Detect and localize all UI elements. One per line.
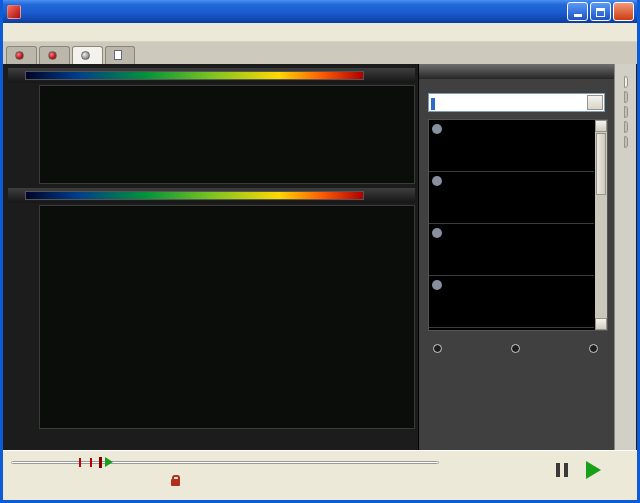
radio-wifi[interactable]	[511, 344, 524, 353]
radio-icon[interactable]	[589, 344, 598, 353]
close-button[interactable]	[613, 2, 634, 21]
spectral-waterfall-canvas[interactable]	[39, 85, 415, 184]
tab-wispy[interactable]	[72, 46, 103, 64]
topographic-y-axis-label	[8, 205, 19, 429]
info-icon	[432, 280, 442, 290]
maximize-button[interactable]	[590, 2, 611, 21]
topographic-header	[8, 188, 415, 203]
tab-recon1[interactable]	[6, 46, 37, 64]
main-content	[3, 64, 637, 450]
device-dot-icon	[81, 51, 90, 60]
device-item-microwave[interactable]	[429, 172, 594, 224]
xaxis-label-radios	[419, 341, 614, 353]
device-item-hyperx-rfid[interactable]	[429, 120, 594, 172]
device-item-spektrum-dx7[interactable]	[429, 224, 594, 276]
slider-tick	[79, 458, 81, 467]
minimize-button[interactable]	[567, 2, 588, 21]
scrollbar-thumb[interactable]	[596, 133, 606, 195]
slider-tick	[90, 458, 92, 467]
topographic-color-scale	[25, 191, 364, 200]
sidebar-instruction	[419, 79, 614, 89]
info-icon	[432, 176, 442, 186]
device-list-scrollbar[interactable]	[595, 120, 607, 330]
side-tab-inspector[interactable]	[624, 106, 628, 118]
document-icon	[114, 50, 122, 60]
spectral-color-scale	[25, 71, 364, 80]
record-dot-icon	[15, 51, 24, 60]
tab-recording-file[interactable]	[105, 46, 135, 64]
topographic-plot-canvas[interactable]	[39, 205, 415, 429]
app-icon	[7, 5, 21, 19]
topographic-y-ticks	[19, 205, 39, 429]
tab-lappy486[interactable]	[39, 46, 70, 64]
menu-help[interactable]	[57, 30, 75, 34]
minimize-icon	[574, 14, 582, 17]
playback-controls	[538, 461, 617, 479]
topographic-plot-row	[8, 205, 415, 429]
playhead-marker[interactable]	[105, 457, 113, 467]
pause-icon	[564, 463, 568, 477]
device-signature-thumbnail	[433, 137, 591, 168]
charts-panel	[3, 64, 418, 450]
device-signature-list	[428, 119, 608, 331]
side-tab-record[interactable]	[624, 136, 628, 148]
spectral-plot-row	[8, 85, 415, 184]
menu-reports[interactable]	[39, 30, 57, 34]
timeline-slider[interactable]	[11, 456, 439, 468]
device-item-xbox-360[interactable]	[429, 276, 594, 328]
radio-icon[interactable]	[511, 344, 520, 353]
side-tab-notes[interactable]	[624, 121, 628, 133]
menu-file[interactable]	[3, 30, 21, 34]
lock-icon[interactable]	[171, 479, 180, 486]
record-dot-icon	[48, 51, 57, 60]
radio-icon[interactable]	[433, 344, 442, 353]
radio-mhz[interactable]	[433, 344, 446, 353]
play-icon	[586, 461, 601, 479]
pause-icon	[556, 463, 560, 477]
slider-marker[interactable]	[99, 457, 102, 468]
pause-button[interactable]	[554, 463, 570, 477]
device-signature-thumbnail	[433, 189, 591, 220]
scroll-down-icon[interactable]	[595, 318, 607, 330]
menu-view[interactable]	[21, 30, 39, 34]
device-signature-thumbnail	[433, 241, 591, 272]
dropdown-selected-value	[431, 98, 435, 110]
titlebar	[3, 0, 637, 23]
side-tab-strip	[614, 64, 636, 450]
spectral-header	[8, 68, 415, 83]
topographic-x-ticks	[42, 430, 414, 445]
app-window	[0, 0, 640, 503]
scroll-up-icon[interactable]	[595, 120, 607, 132]
info-icon	[432, 228, 442, 238]
radio-zigbee[interactable]	[589, 344, 602, 353]
maximize-icon	[596, 8, 605, 17]
device-signature-thumbnail	[433, 293, 591, 324]
menu-bar	[3, 23, 637, 42]
device-category-dropdown[interactable]	[428, 93, 605, 112]
slider-groove	[11, 461, 439, 464]
sidebar-panel	[418, 64, 614, 450]
side-tab-wifi[interactable]	[624, 91, 628, 103]
play-button[interactable]	[586, 461, 601, 479]
sidebar-header[interactable]	[419, 64, 614, 79]
spectral-y-ticks	[19, 85, 39, 184]
tab-bar	[3, 42, 637, 64]
transport-bar	[3, 450, 637, 500]
side-tab-signatures[interactable]	[624, 76, 628, 88]
info-icon	[432, 124, 442, 134]
spectral-y-axis-label	[8, 85, 19, 184]
dropdown-arrow-icon[interactable]	[587, 95, 603, 110]
